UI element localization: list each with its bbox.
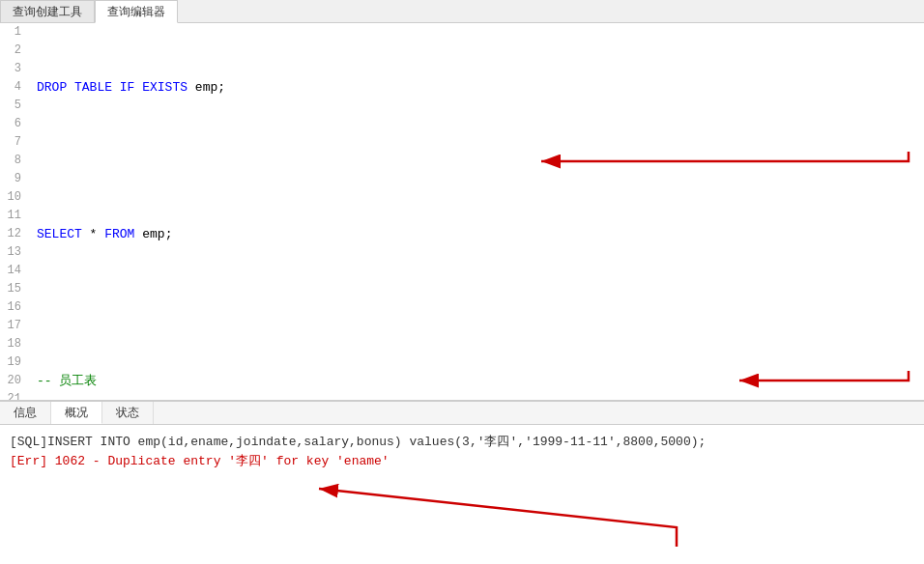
code-line-2	[37, 152, 916, 170]
bottom-content: [SQL]INSERT INTO emp(id,ename,joindate,s…	[0, 425, 924, 479]
code-content[interactable]: DROP TABLE IF EXISTS emp; SELECT * FROM …	[29, 23, 924, 400]
code-line-1: DROP TABLE IF EXISTS emp;	[37, 78, 916, 97]
code-line-4	[37, 298, 916, 317]
editor-container[interactable]: 1 2 3 4 5 6 7 8 9 10 11 12 13 14 15 16 1…	[0, 23, 924, 400]
bottom-tab-overview[interactable]: 概况	[51, 402, 102, 424]
bottom-tabs: 信息 概况 状态	[0, 402, 924, 425]
bottom-tab-info[interactable]: 信息	[0, 402, 51, 424]
code-line-5: -- 员工表	[37, 372, 916, 390]
bottom-tab-status[interactable]: 状态	[102, 402, 154, 424]
tab-query-builder[interactable]: 查询创建工具	[0, 0, 95, 22]
line-numbers: 1 2 3 4 5 6 7 8 9 10 11 12 13 14 15 16 1…	[0, 23, 29, 400]
tab-bar: 查询创建工具 查询编辑器	[0, 0, 924, 23]
sql-message: [SQL]INSERT INTO emp(id,ename,joindate,s…	[10, 433, 914, 452]
tab-query-editor[interactable]: 查询编辑器	[95, 0, 178, 23]
code-area: 1 2 3 4 5 6 7 8 9 10 11 12 13 14 15 16 1…	[0, 23, 924, 400]
app-container: 查询创建工具 查询编辑器 1 2 3 4 5 6 7 8 9 10 11 12 …	[0, 0, 924, 564]
bottom-panel: 信息 概况 状态 [SQL]INSERT INTO emp(id,ename,j…	[0, 400, 924, 564]
error-message: [Err] 1062 - Duplicate entry '李四' for ke…	[10, 452, 914, 471]
code-line-3: SELECT * FROM emp;	[37, 225, 916, 243]
